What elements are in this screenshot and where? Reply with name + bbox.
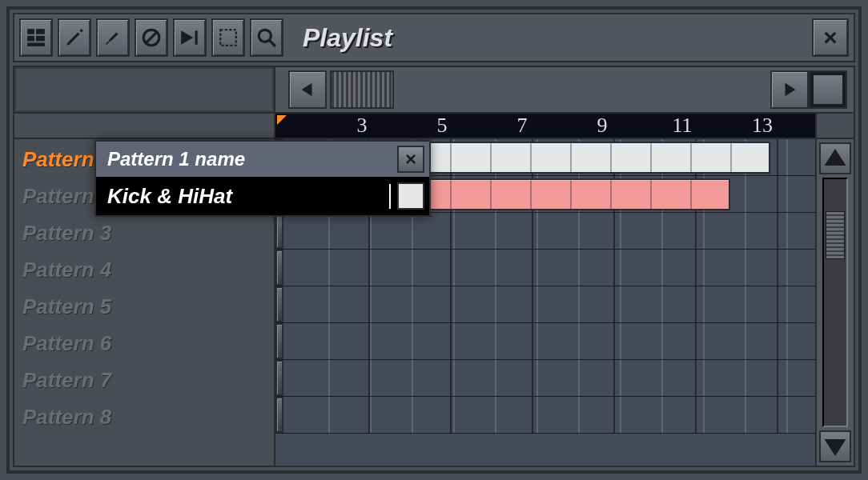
slice-icon: [179, 27, 200, 48]
ruler-tick: 11: [672, 114, 692, 138]
horizontal-scroll-thumb[interactable]: [330, 70, 394, 109]
nav-corner-box: [14, 67, 275, 112]
svg-line-10: [269, 40, 275, 46]
row-handle[interactable]: [275, 213, 283, 249]
svg-rect-7: [195, 30, 198, 44]
pattern-label[interactable]: Pattern 5: [14, 288, 274, 325]
pattern-row[interactable]: [275, 397, 815, 434]
no-entry-icon: [141, 27, 162, 48]
pattern-label[interactable]: Pattern 6: [14, 325, 274, 362]
loop-toggle-button[interactable]: [809, 70, 847, 109]
row-handle[interactable]: [275, 286, 283, 322]
magnifier-icon: [256, 27, 277, 48]
rename-close-button[interactable]: ×: [397, 146, 424, 173]
ruler-tick: 7: [517, 114, 528, 138]
playlist-body: 35791113 Pattern 1Pattern 2Pattern 3Patt…: [13, 66, 855, 467]
paint-tool-button[interactable]: [96, 18, 130, 57]
rename-input[interactable]: Kick & HiHat: [107, 184, 391, 209]
rename-popup: Pattern 1 name × Kick & HiHat: [94, 140, 431, 217]
delete-tool-button[interactable]: [135, 18, 168, 57]
close-button[interactable]: ×: [812, 18, 849, 57]
pattern-color-swatch[interactable]: [397, 182, 424, 210]
paintbrush-icon: [102, 27, 123, 48]
triangle-left-icon: [299, 81, 316, 98]
row-handle[interactable]: [275, 397, 283, 433]
ruler-tick: 9: [597, 114, 608, 138]
svg-rect-8: [220, 30, 236, 46]
select-tool-button[interactable]: [211, 18, 245, 57]
ruler-tick: 5: [437, 114, 448, 138]
pattern-row[interactable]: [275, 286, 815, 323]
navigation-row: [14, 67, 854, 112]
row-handle[interactable]: [275, 323, 283, 359]
pencil-icon: [64, 27, 85, 48]
triangle-right-icon: [781, 81, 798, 98]
pattern-row[interactable]: [275, 323, 815, 360]
pattern-label[interactable]: Pattern 8: [14, 398, 274, 435]
pattern-clip[interactable]: [410, 142, 770, 174]
vertical-scroll-track[interactable]: [822, 178, 848, 427]
row-handle[interactable]: [275, 250, 283, 286]
zoom-tool-button[interactable]: [250, 18, 283, 57]
triangle-down-icon: [821, 432, 850, 461]
vertical-scrollbar: [815, 139, 854, 466]
svg-line-6: [145, 31, 157, 43]
scroll-left-button[interactable]: [288, 70, 327, 109]
rename-popup-header[interactable]: Pattern 1 name ×: [96, 142, 429, 177]
rename-input-row: Kick & HiHat: [96, 177, 429, 215]
triangle-up-icon: [821, 144, 850, 173]
scroll-right-button[interactable]: [770, 70, 809, 109]
svg-rect-2: [27, 36, 34, 42]
draw-tool-button[interactable]: [58, 18, 91, 57]
pattern-label[interactable]: Pattern 7: [14, 362, 274, 398]
time-ruler[interactable]: 35791113: [14, 112, 854, 139]
ruler-track[interactable]: 35791113: [275, 114, 815, 138]
grid-menu-icon: [26, 27, 46, 48]
svg-rect-3: [36, 36, 45, 42]
pattern-label[interactable]: Pattern 4: [14, 251, 274, 288]
pattern-clip[interactable]: [410, 178, 730, 210]
titlebar: Playlist ×: [13, 13, 855, 62]
ruler-corner: [14, 114, 275, 138]
scroll-down-button[interactable]: [819, 430, 851, 462]
ruler-tick: 3: [357, 114, 368, 138]
svg-point-9: [259, 30, 271, 42]
rename-popup-title: Pattern 1 name: [107, 148, 397, 170]
playhead-marker-icon[interactable]: [277, 115, 287, 125]
vertical-scroll-thumb[interactable]: [826, 211, 845, 259]
ruler-right-cap: [815, 114, 854, 138]
svg-rect-4: [27, 43, 45, 46]
scroll-up-button[interactable]: [819, 142, 851, 174]
pattern-row[interactable]: [275, 213, 815, 250]
menu-button[interactable]: [19, 18, 53, 57]
window-title: Playlist: [303, 23, 392, 53]
svg-rect-1: [36, 29, 45, 34]
row-handle[interactable]: [275, 360, 283, 396]
select-icon: [218, 27, 239, 48]
pattern-row[interactable]: [275, 360, 815, 397]
ruler-tick: 13: [752, 114, 773, 138]
pattern-label[interactable]: Pattern 3: [14, 214, 274, 251]
svg-rect-0: [27, 29, 34, 34]
playlist-window: Playlist × 35791113 Pattern 1Pattern 2Pa: [6, 6, 862, 474]
slice-tool-button[interactable]: [173, 18, 207, 57]
pattern-row[interactable]: [275, 250, 815, 286]
